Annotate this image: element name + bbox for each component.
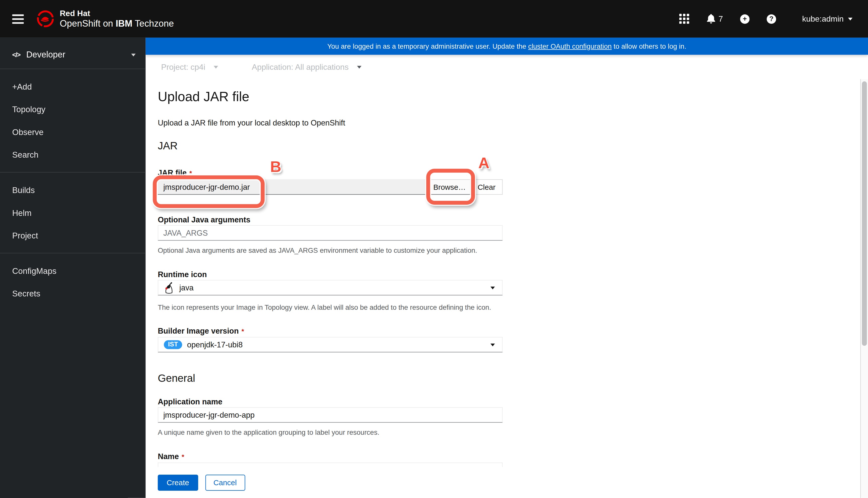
sidebar-item-add[interactable]: +Add (0, 75, 146, 98)
application-selector-label: Application: All applications (252, 63, 349, 71)
app-window: Red Hat OpenShift on IBM Techzone (0, 0, 868, 498)
perspective-label: Developer (26, 50, 65, 60)
caret-down-icon (491, 286, 495, 289)
create-button[interactable]: Create (158, 474, 198, 490)
nav-toggle-button[interactable] (8, 10, 28, 28)
sidebar-item-helm[interactable]: Helm (0, 201, 146, 224)
caret-down-icon (357, 66, 361, 68)
redhat-logo-icon (36, 9, 55, 28)
user-menu[interactable]: kube:admin (799, 14, 856, 24)
help-button[interactable]: ? (765, 13, 777, 25)
caret-down-icon (131, 53, 135, 56)
page-title: Upload JAR file (158, 88, 503, 106)
runtime-icon-select[interactable]: java (158, 280, 503, 296)
java-duke-icon (164, 281, 174, 294)
java-args-label: Optional Java arguments (158, 214, 503, 225)
sidebar-item-secrets[interactable]: Secrets (0, 282, 146, 305)
brand: Red Hat OpenShift on IBM Techzone (36, 9, 174, 29)
notification-count: 7 (718, 14, 723, 23)
application-name-help: A unique name given to the application g… (158, 428, 503, 437)
jar-file-upload: Browse… Clear B A (158, 179, 503, 195)
name-label: Name * (158, 451, 503, 462)
imagestreamtag-badge: IST (164, 340, 182, 349)
scrollbar[interactable] (860, 79, 868, 498)
sidebar-item-configmaps[interactable]: ConfigMaps (0, 260, 146, 282)
jar-section-heading: JAR (158, 139, 503, 153)
sidebar-item-observe[interactable]: Observe (0, 120, 146, 143)
annotation-box-b (153, 175, 264, 208)
main-layout: </> Developer +Add Topology Observe Sear… (0, 38, 868, 498)
builder-image-label: Builder Image version * (158, 326, 503, 336)
runtime-icon-value: java (179, 283, 194, 292)
sidebar-group-2: Builds Helm Project (0, 173, 146, 253)
app-grid-icon (679, 14, 689, 24)
notifications-button[interactable]: 7 (705, 13, 724, 25)
form-action-bar: Create Cancel (146, 467, 860, 498)
scrollbar-thumb[interactable] (862, 81, 867, 346)
application-name-label: Application name (158, 397, 503, 407)
app-launcher-button[interactable] (678, 13, 690, 25)
login-banner: You are logged in as a temporary adminis… (146, 38, 868, 55)
brand-line1: Red Hat (60, 9, 174, 18)
runtime-icon-label: Runtime icon (158, 269, 503, 279)
general-section-heading: General (158, 371, 503, 385)
clear-button[interactable]: Clear (470, 179, 503, 195)
page-content: Upload JAR file Upload a JAR file from y… (146, 79, 868, 498)
caret-down-icon (848, 17, 853, 20)
brand-line2: OpenShift on IBM Techzone (60, 18, 174, 29)
application-name-input[interactable] (158, 407, 503, 423)
brand-text: Red Hat OpenShift on IBM Techzone (60, 9, 174, 29)
runtime-icon-help: The icon represents your Image in Topolo… (158, 303, 503, 312)
masthead: Red Hat OpenShift on IBM Techzone (0, 0, 868, 38)
application-selector[interactable]: Application: All applications (248, 62, 365, 72)
java-args-input[interactable] (158, 225, 503, 241)
page-description: Upload a JAR file from your local deskto… (158, 118, 503, 128)
sidebar-group-1: +Add Topology Observe Search (0, 69, 146, 172)
bell-icon (706, 14, 715, 24)
annotation-letter-b: B (270, 159, 282, 175)
annotation-box-a (426, 169, 475, 205)
cancel-button[interactable]: Cancel (205, 474, 245, 490)
caret-down-icon (491, 343, 495, 346)
masthead-toolbar: 7 + ? kube:admin (678, 13, 859, 25)
question-circle-icon: ? (767, 14, 776, 23)
sidebar-item-project[interactable]: Project (0, 224, 146, 247)
developer-icon: </> (12, 51, 20, 59)
annotation-letter-a: A (478, 155, 490, 171)
sidebar-item-topology[interactable]: Topology (0, 98, 146, 120)
sidebar: </> Developer +Add Topology Observe Sear… (0, 38, 146, 498)
oauth-config-link[interactable]: cluster OAuth configuration (528, 42, 611, 50)
caret-down-icon (213, 66, 218, 68)
java-args-help: Optional Java arguments are saved as JAV… (158, 246, 503, 255)
required-indicator: * (242, 326, 244, 336)
main-panel: You are logged in as a temporary adminis… (146, 38, 868, 498)
plus-circle-icon: + (740, 14, 750, 23)
quick-create-button[interactable]: + (739, 13, 751, 25)
hamburger-icon (12, 14, 24, 16)
builder-image-value: openjdk-17-ubi8 (187, 340, 243, 349)
context-toolbar: Project: cp4i Application: All applicati… (146, 55, 868, 79)
project-selector-label: Project: cp4i (161, 63, 205, 71)
sidebar-item-builds[interactable]: Builds (0, 179, 146, 201)
sidebar-item-search[interactable]: Search (0, 143, 146, 166)
required-indicator: * (182, 452, 184, 462)
user-name: kube:admin (802, 14, 844, 23)
perspective-switcher[interactable]: </> Developer (0, 44, 146, 68)
builder-image-select[interactable]: IST openjdk-17-ubi8 (158, 337, 503, 352)
sidebar-group-3: ConfigMaps Secrets (0, 253, 146, 311)
project-selector[interactable]: Project: cp4i (158, 62, 221, 72)
upload-jar-form: Upload JAR file Upload a JAR file from y… (146, 79, 503, 478)
